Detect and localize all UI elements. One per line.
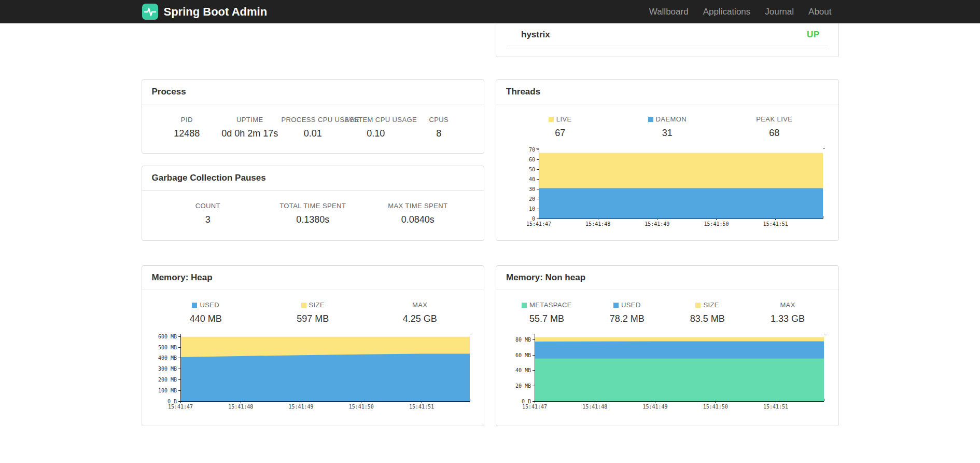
- stat-gc-max-time: MAX TIME SPENT 0.0840s: [366, 202, 471, 225]
- svg-text:200 MB: 200 MB: [158, 377, 176, 383]
- stat-value: 55.7 MB: [507, 314, 587, 324]
- metaspace-legend-swatch: [522, 303, 527, 308]
- svg-text:15:41:47: 15:41:47: [522, 404, 547, 410]
- legend-label: USED: [200, 301, 219, 309]
- stat-uptime: UPTIME 0d 0h 2m 17s: [218, 116, 282, 139]
- stat-value: 1.33 GB: [748, 314, 828, 324]
- gc-panel: Garbage Collection Pauses COUNT 3 TOTAL …: [142, 166, 485, 241]
- heap-used-legend-swatch: [192, 303, 197, 308]
- nav-link-journal[interactable]: Journal: [758, 0, 801, 23]
- nav-link-applications[interactable]: Applications: [696, 0, 758, 23]
- nav-link-about[interactable]: About: [801, 0, 838, 23]
- svg-text:15:41:49: 15:41:49: [642, 404, 667, 410]
- svg-text:15:41:51: 15:41:51: [409, 404, 433, 410]
- brand-link[interactable]: Spring Boot Admin: [142, 3, 268, 20]
- stat-label: DAEMON: [614, 115, 721, 123]
- gc-panel-title: Garbage Collection Pauses: [142, 166, 484, 190]
- svg-text:60 MB: 60 MB: [515, 352, 531, 358]
- svg-text:300 MB: 300 MB: [158, 366, 176, 372]
- stat-label: SIZE: [667, 301, 748, 309]
- stat-label: PID: [156, 116, 219, 124]
- stat-value: 597 MB: [259, 314, 367, 324]
- stat-value: 67: [507, 128, 614, 139]
- svg-text:20: 20: [529, 196, 535, 202]
- svg-text:15:41:47: 15:41:47: [526, 221, 551, 227]
- stat-pid: PID 12488: [156, 116, 219, 139]
- svg-text:15:41:50: 15:41:50: [703, 404, 728, 410]
- nav-links: Wallboard Applications Journal About: [642, 0, 839, 23]
- stat-value: 31: [614, 128, 721, 139]
- stat-label: UPTIME: [218, 116, 282, 124]
- stat-label: MAX TIME SPENT: [366, 202, 471, 210]
- legend-label: USED: [621, 301, 641, 309]
- svg-text:50: 50: [529, 167, 535, 172]
- stat-value: 4.25 GB: [367, 314, 474, 324]
- stat-label: SIZE: [259, 301, 367, 309]
- svg-text:400 MB: 400 MB: [158, 355, 176, 361]
- process-panel: Process PID 12488 UPTIME 0d 0h 2m 17s PR…: [142, 79, 485, 154]
- row-memory: Memory: Heap USED 440 MB SIZE 597 MB MAX…: [142, 265, 839, 426]
- svg-text:0: 0: [532, 216, 535, 222]
- top-right-col: hystrix UP: [496, 23, 839, 57]
- mem-left-col: Memory: Heap USED 440 MB SIZE 597 MB MAX…: [142, 265, 485, 426]
- main-container: hystrix UP Process PID 12488 UPTIME 0d 0…: [142, 23, 839, 426]
- nonheap-legend: METASPACE 55.7 MB USED 78.2 MB SIZE 83.5…: [496, 290, 838, 324]
- nav-link-wallboard[interactable]: Wallboard: [642, 0, 696, 23]
- nonheap-size-legend-swatch: [695, 303, 701, 308]
- stat-label: MAX: [748, 301, 828, 309]
- navbar: Spring Boot Admin Wallboard Applications…: [0, 0, 980, 23]
- stat-label: COUNT: [156, 202, 261, 210]
- svg-text:15:41:51: 15:41:51: [763, 404, 788, 410]
- svg-text:10: 10: [529, 206, 535, 212]
- legend-live: LIVE 67: [507, 115, 614, 139]
- heap-size-legend-swatch: [301, 303, 306, 308]
- svg-text:15:41:50: 15:41:50: [704, 221, 729, 227]
- legend-label: LIVE: [556, 115, 572, 123]
- process-stats: PID 12488 UPTIME 0d 0h 2m 17s PROCESS CP…: [142, 104, 484, 139]
- stat-system-cpu-usage: SYSTEM CPU USAGE 0.10: [344, 116, 408, 139]
- threads-panel-title: Threads: [496, 80, 838, 104]
- legend-nonheap-size: SIZE 83.5 MB: [667, 301, 748, 324]
- legend-nonheap-max: MAX 1.33 GB: [748, 301, 828, 324]
- svg-text:80 MB: 80 MB: [515, 337, 531, 343]
- stat-process-cpu-usage: PROCESS CPU USAGE 0.01: [282, 116, 345, 139]
- stat-value: 78.2 MB: [587, 314, 667, 324]
- row-main: Process PID 12488 UPTIME 0d 0h 2m 17s PR…: [142, 79, 839, 241]
- threads-panel: Threads LIVE 67 DAEMON 31 PEAK LIVE 68: [496, 79, 839, 241]
- nonheap-used-legend-swatch: [613, 303, 619, 308]
- stat-label: CPUS: [408, 116, 471, 124]
- memory-heap-panel: Memory: Heap USED 440 MB SIZE 597 MB MAX…: [142, 265, 485, 426]
- memory-nonheap-panel-title: Memory: Non heap: [496, 266, 838, 290]
- applications-panel-cut: hystrix UP: [496, 23, 839, 57]
- svg-text:100 MB: 100 MB: [158, 388, 176, 393]
- svg-text:15:41:48: 15:41:48: [228, 404, 253, 410]
- stat-value: 12488: [156, 128, 219, 139]
- application-row-hystrix[interactable]: hystrix UP: [507, 23, 828, 46]
- daemon-legend-swatch: [648, 117, 653, 122]
- svg-text:60: 60: [529, 157, 535, 162]
- stat-label: USED: [587, 301, 667, 309]
- stat-value: 83.5 MB: [667, 314, 748, 324]
- legend-nonheap-used: USED 78.2 MB: [587, 301, 667, 324]
- stat-label: SYSTEM CPU USAGE: [344, 116, 408, 124]
- svg-text:70: 70: [529, 147, 535, 153]
- svg-text:15:41:51: 15:41:51: [763, 221, 788, 227]
- stat-value: 8: [408, 128, 471, 139]
- svg-text:0 B: 0 B: [167, 399, 176, 404]
- stat-value: 0.0840s: [366, 214, 471, 225]
- legend-label: SIZE: [703, 301, 719, 309]
- svg-text:500 MB: 500 MB: [158, 345, 176, 350]
- svg-text:15:41:48: 15:41:48: [582, 404, 607, 410]
- stat-value: 440 MB: [152, 314, 260, 324]
- legend-label: SIZE: [309, 301, 325, 309]
- svg-text:15:41:49: 15:41:49: [288, 404, 313, 410]
- svg-text:15:41:50: 15:41:50: [348, 404, 373, 410]
- svg-text:20 MB: 20 MB: [515, 383, 531, 389]
- stat-cpus: CPUS 8: [408, 116, 471, 139]
- threads-chart: 01020304050607015:41:4715:41:4815:41:491…: [511, 145, 825, 227]
- stat-value: 0.01: [282, 128, 345, 139]
- heap-legend: USED 440 MB SIZE 597 MB MAX 4.25 GB: [142, 290, 484, 324]
- svg-text:600 MB: 600 MB: [158, 334, 176, 339]
- threads-legend: LIVE 67 DAEMON 31 PEAK LIVE 68: [496, 104, 838, 139]
- legend-daemon: DAEMON 31: [614, 115, 721, 139]
